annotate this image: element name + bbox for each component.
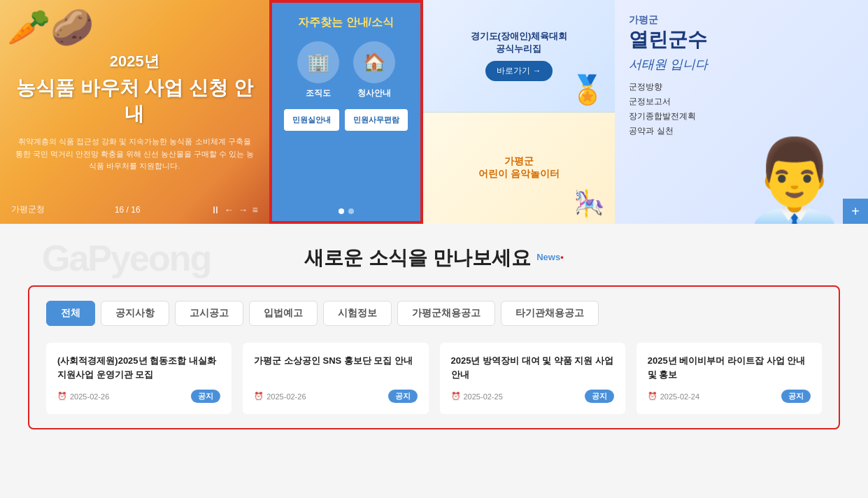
news-item-3-date: ⏰ 2025-02-25: [451, 392, 503, 401]
farm-prev-btn[interactable]: ←: [225, 204, 234, 215]
tab-other-jobs[interactable]: 타기관채용공고: [501, 301, 599, 326]
sports-link-btn[interactable]: 바로가기 →: [485, 61, 552, 81]
mayor-plus-btn[interactable]: +: [843, 199, 868, 224]
org-chart-icon: 🏢: [297, 41, 339, 83]
news-item-1-date-text: 2025-02-26: [70, 392, 109, 401]
tab-all[interactable]: 전체: [46, 301, 95, 326]
clock-icon-1: ⏰: [57, 392, 67, 401]
news-item-2-footer: ⏰ 2025-02-26 공지: [254, 390, 417, 403]
news-item-4-badge: 공지: [781, 390, 811, 403]
news-item-4-date-text: 2025-02-24: [660, 392, 699, 401]
panel-sports: 경기도(장애인)체육대회 공식누리집 바로가기 → 🏅: [423, 0, 616, 113]
kids-deco-icon: 🎠: [574, 189, 605, 218]
farm-pause-btn[interactable]: ⏸: [211, 204, 220, 215]
mayor-photo: 👨‍💼: [742, 140, 847, 224]
news-item-4-date: ⏰ 2025-02-24: [648, 392, 699, 401]
news-tabs: 전체 공지사항 고시공고 입법예고 시험정보 가평군채용공고 타기관채용공고: [46, 301, 822, 326]
top-section: 🥕🥔 2025년 농식품 바우처 사업 신청 안내 취약계층의 식품 접근성 강…: [0, 0, 868, 224]
news-item-2[interactable]: 가평군 소상공인 SNS 홍보단 모집 안내 ⏰ 2025-02-26 공지: [243, 343, 428, 414]
farm-desc: 취약계층의 식품 접근성 강화 및 지속가능한 농식품 소비체계 구축을 통한 …: [14, 136, 255, 173]
dot-1[interactable]: [339, 208, 344, 214]
civil-affairs-btn[interactable]: 민원사무편람: [345, 109, 408, 131]
kids-title2: 어린이 음악놀이터: [478, 168, 560, 180]
news-item-2-title: 가평군 소상공인 SNS 홍보단 모집 안내: [254, 354, 417, 381]
org-chart-label: 조직도: [306, 87, 331, 99]
news-item-3-footer: ⏰ 2025-02-25 공지: [451, 390, 614, 403]
farm-year: 2025년: [110, 51, 159, 72]
tab-notice[interactable]: 공지사항: [101, 301, 169, 326]
news-item-3-date-text: 2025-02-25: [464, 392, 503, 401]
farm-counter: 16 / 16: [115, 205, 141, 215]
quick-dots: [339, 208, 354, 214]
veg-decoration-left: 🥕🥔: [7, 7, 94, 48]
sports-title: 경기도(장애인)체육대회 공식누리집: [471, 30, 568, 55]
farm-controls: ⏸ ← → ≡: [211, 204, 258, 215]
panel-quick: 자주찾는 안내/소식 🏢 조직도 🏠 청사안내 민원실안내 민원사무편람: [269, 0, 423, 224]
clock-icon-2: ⏰: [254, 392, 264, 401]
news-header: GaPyeong 새로운 소식을 만나보세요 News•: [28, 245, 840, 271]
panel-mayor: 가평군 열린군수 서태원 입니다 군정방향 군정보고서 장기종합발전계획 공약과…: [615, 0, 868, 224]
dot-2[interactable]: [348, 208, 354, 214]
tab-gapyeong-jobs[interactable]: 가평군채용공고: [397, 301, 495, 326]
news-item-2-badge: 공지: [388, 390, 418, 403]
clock-icon-3: ⏰: [451, 392, 461, 401]
news-item-3-badge: 공지: [585, 390, 614, 403]
news-item-1-badge: 공지: [191, 390, 220, 403]
farm-footer: 가평군청 16 / 16 ⏸ ← → ≡: [0, 204, 269, 215]
news-badge-text: News: [536, 252, 560, 262]
news-item-2-date: ⏰ 2025-02-26: [254, 392, 306, 401]
panel-quick-title: 자주찾는 안내/소식: [298, 15, 394, 30]
clock-icon-4: ⏰: [648, 392, 657, 401]
news-item-3[interactable]: 2025년 방역장비 대여 및 약품 지원 사업 안내 ⏰ 2025-02-25…: [440, 343, 625, 414]
tab-announcement[interactable]: 고시공고: [175, 301, 243, 326]
building-icon: 🏠: [353, 41, 395, 83]
news-heading: 새로운 소식을 만나보세요: [304, 247, 531, 269]
quick-icon-building[interactable]: 🏠 청사안내: [353, 41, 395, 99]
news-item-1-date: ⏰ 2025-02-26: [57, 392, 109, 401]
news-item-4-footer: ⏰ 2025-02-24 공지: [648, 390, 811, 403]
news-item-4-title: 2025년 베이비부머 라이트잡 사업 안내 및 홍보: [648, 354, 811, 381]
news-item-1-title: (사회적경제원)2025년 협동조합 내실화 지원사업 운영기관 모집: [57, 354, 220, 381]
quick-btns-row: 민원실안내 민원사무편람: [284, 109, 408, 131]
watermark-text: GaPyeong: [42, 237, 211, 279]
quick-title-part1: 자주찾는: [298, 16, 343, 28]
news-badge: News•: [536, 252, 564, 262]
building-label: 청사안내: [357, 87, 391, 99]
mayor-title: 열린군수: [629, 27, 854, 53]
civil-service-btn[interactable]: 민원실안내: [284, 109, 339, 131]
news-badge-dot: •: [560, 252, 564, 262]
news-item-4[interactable]: 2025년 베이비부머 라이트잡 사업 안내 및 홍보 ⏰ 2025-02-24…: [636, 343, 822, 414]
farm-menu-btn[interactable]: ≡: [252, 204, 258, 215]
news-item-1[interactable]: (사회적경제원)2025년 협동조합 내실화 지원사업 운영기관 모집 ⏰ 20…: [46, 343, 232, 414]
quick-title-part2: 안내/소식: [346, 16, 394, 28]
news-container: 전체 공지사항 고시공고 입법예고 시험정보 가평군채용공고 타기관채용공고 (…: [28, 285, 840, 429]
panel-middle: 경기도(장애인)체육대회 공식누리집 바로가기 → 🏅 가평군 어린이 음악놀이…: [423, 0, 616, 224]
news-section: GaPyeong 새로운 소식을 만나보세요 News• 전체 공지사항 고시공…: [0, 224, 868, 443]
farm-next-btn[interactable]: →: [239, 204, 248, 215]
farm-title: 농식품 바우처 사업 신청 안내: [14, 76, 255, 127]
quick-icon-org[interactable]: 🏢 조직도: [297, 41, 339, 99]
mayor-subtitle: 가평군: [629, 14, 854, 27]
farm-footer-label: 가평군청: [11, 204, 45, 215]
panel-farm: 🥕🥔 2025년 농식품 바우처 사업 신청 안내 취약계층의 식품 접근성 강…: [0, 0, 269, 224]
tab-legislation[interactable]: 입법예고: [249, 301, 318, 326]
kids-title1: 가평군: [504, 155, 534, 168]
panel-kids: 가평군 어린이 음악놀이터 🎠: [423, 113, 616, 225]
news-items: (사회적경제원)2025년 협동조합 내실화 지원사업 운영기관 모집 ⏰ 20…: [46, 343, 822, 414]
news-item-3-title: 2025년 방역장비 대여 및 약품 지원 사업 안내: [451, 354, 614, 381]
news-item-1-footer: ⏰ 2025-02-26 공지: [57, 390, 220, 403]
quick-icons-row: 🏢 조직도 🏠 청사안내: [297, 41, 395, 99]
sports-mascot-icon: 🏅: [570, 73, 605, 106]
tab-exam[interactable]: 시험정보: [323, 301, 392, 326]
news-item-2-date-text: 2025-02-26: [266, 392, 306, 401]
